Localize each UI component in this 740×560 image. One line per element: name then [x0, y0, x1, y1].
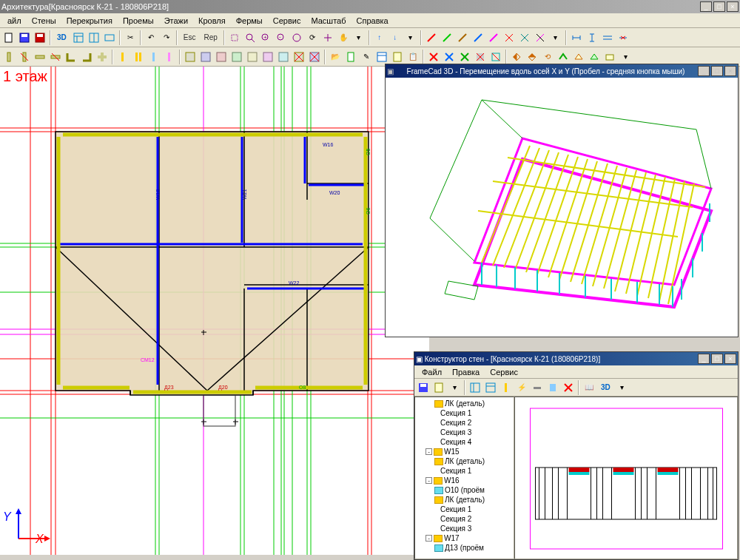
floorx1-icon[interactable] — [292, 50, 306, 64]
dim-x-icon[interactable] — [616, 30, 630, 45]
line-x1-icon[interactable] — [502, 30, 517, 45]
zoom-out-icon[interactable]: - — [274, 30, 289, 45]
report-icon[interactable] — [390, 50, 405, 64]
floor1-icon[interactable] — [183, 50, 198, 64]
line-blue-icon[interactable] — [471, 30, 485, 45]
cornerL-icon[interactable] — [64, 50, 78, 64]
dn-arrow-icon[interactable]: ↓ — [388, 30, 403, 45]
tree-item[interactable]: -W17 — [417, 533, 512, 543]
tree-item[interactable]: Секция 2 — [417, 514, 512, 524]
wall-v-icon[interactable] — [1, 50, 16, 64]
canvas-2d[interactable]: W16 W20 W21 W18 W22 О6 О5 СМ12 Д23 Д20 О… — [0, 67, 429, 555]
panelwc-menu-edit[interactable]: Правка — [448, 366, 484, 378]
panelwc-max-button[interactable]: □ — [711, 354, 723, 364]
tree-item[interactable]: Секция 1 — [417, 466, 512, 476]
line-x2-icon[interactable] — [517, 30, 532, 45]
3d-button[interactable]: 3D — [53, 30, 70, 45]
roof4-icon[interactable] — [602, 50, 617, 64]
wc-book-icon[interactable]: 📖 — [582, 380, 596, 395]
panelwc-menu-service[interactable]: Сервис — [485, 366, 522, 378]
beam3-icon[interactable] — [147, 50, 161, 64]
tree-item[interactable]: Секция 1 — [417, 505, 512, 514]
redo-icon[interactable]: ↷ — [159, 30, 174, 45]
floorx2-icon[interactable] — [307, 50, 322, 64]
del-grey-icon[interactable] — [473, 50, 488, 64]
clipboard-icon[interactable]: 📋 — [406, 50, 420, 64]
tree-item[interactable]: Секция 1 — [417, 408, 512, 418]
tree-expand-icon[interactable]: - — [426, 477, 432, 484]
tree-item[interactable]: ЛК (деталь) — [417, 399, 512, 408]
wc-save-icon[interactable] — [416, 380, 431, 395]
dim-h-icon[interactable] — [569, 30, 584, 45]
wc-bolt-icon[interactable]: ⚡ — [514, 380, 529, 395]
roof1-icon[interactable] — [556, 50, 571, 64]
wc-tool-icon[interactable] — [530, 380, 545, 395]
del-green-icon[interactable] — [457, 50, 472, 64]
dropdown1-icon[interactable]: ▾ — [352, 30, 366, 45]
pencil-icon[interactable]: ✎ — [359, 50, 374, 64]
del-rect-icon[interactable] — [488, 50, 503, 64]
floor6-icon[interactable] — [260, 50, 275, 64]
dim-v-icon[interactable] — [585, 30, 599, 45]
line-brown-icon[interactable] — [455, 30, 470, 45]
del-red-icon[interactable] — [426, 50, 441, 64]
esc-button[interactable]: Esc — [180, 30, 200, 45]
wc-paint-icon[interactable] — [545, 380, 560, 395]
dim-hh-icon[interactable] — [600, 30, 615, 45]
tree-expand-icon[interactable]: - — [426, 448, 432, 455]
tree-item[interactable]: ЛК (деталь) — [417, 456, 512, 466]
line-x3-icon[interactable] — [533, 30, 548, 45]
dropdown3-icon[interactable]: ▾ — [548, 30, 563, 45]
panel1-icon[interactable] — [71, 30, 86, 45]
panel-3d-viewport[interactable] — [386, 78, 738, 337]
wall-vx-icon[interactable] — [17, 50, 32, 64]
tree-item[interactable]: Секция 3 — [417, 524, 512, 533]
maximize-button[interactable]: □ — [713, 1, 725, 12]
pan-icon[interactable]: ✋ — [336, 30, 351, 45]
tree-expand-icon[interactable]: - — [426, 535, 432, 542]
crosshair-icon[interactable] — [320, 30, 335, 45]
panel3d-max-button[interactable]: □ — [711, 66, 723, 76]
beam4-icon[interactable] — [162, 50, 177, 64]
menu-file[interactable]: айл — [3, 15, 26, 27]
tree-item[interactable]: Секция 2 — [417, 418, 512, 428]
roof3-icon[interactable] — [587, 50, 602, 64]
menu-trusses[interactable]: Фермы — [232, 15, 267, 27]
beam1-icon[interactable] — [115, 50, 130, 64]
minimize-button[interactable]: _ — [700, 1, 712, 12]
floor3-icon[interactable] — [214, 50, 229, 64]
panelwc-close-button[interactable]: × — [724, 354, 736, 364]
del-blue-icon[interactable] — [442, 50, 457, 64]
panel3-icon[interactable] — [102, 30, 117, 45]
panel2-icon[interactable] — [87, 30, 101, 45]
new-icon[interactable] — [1, 30, 16, 45]
tree-item[interactable]: ЛК (деталь) — [417, 495, 512, 505]
tree-item[interactable]: Секция 4 — [417, 437, 512, 447]
wall-h-icon[interactable] — [33, 50, 47, 64]
tree-item[interactable]: О10 (проём — [417, 485, 512, 495]
rotate-icon[interactable]: ⟲ — [540, 50, 555, 64]
tree-item[interactable]: Секция 3 — [417, 428, 512, 437]
panelwc-menu-file[interactable]: Файл — [417, 366, 446, 378]
panel3d-min-button[interactable]: _ — [698, 66, 710, 76]
menu-floors[interactable]: Перекрытия — [62, 15, 117, 27]
tree-item[interactable]: -W15 — [417, 447, 512, 456]
close-button[interactable]: × — [727, 1, 739, 12]
floor2-icon[interactable] — [198, 50, 213, 64]
panelwc-min-button[interactable]: _ — [698, 354, 710, 364]
menu-help[interactable]: Справка — [352, 15, 393, 27]
wc-report-icon[interactable] — [431, 380, 446, 395]
panel3d-close-button[interactable]: × — [724, 66, 736, 76]
panel-wall-constructor[interactable]: ▣ Конструктор стен - [Красноярск К-21 (1… — [414, 351, 739, 560]
wc-del-icon[interactable] — [561, 380, 576, 395]
refresh-icon[interactable]: ⟳ — [305, 30, 320, 45]
line-green-icon[interactable] — [440, 30, 454, 45]
wc-dropdown-icon[interactable]: ▾ — [447, 380, 462, 395]
wall-hx-icon[interactable] — [48, 50, 63, 64]
up-arrow-icon[interactable]: ↑ — [372, 30, 387, 45]
tree-item[interactable]: Д13 (проём — [417, 543, 512, 553]
wc-view2-icon[interactable] — [483, 380, 498, 395]
floor7-icon[interactable] — [276, 50, 291, 64]
save-red-icon[interactable] — [33, 30, 47, 45]
roof2-icon[interactable] — [571, 50, 586, 64]
